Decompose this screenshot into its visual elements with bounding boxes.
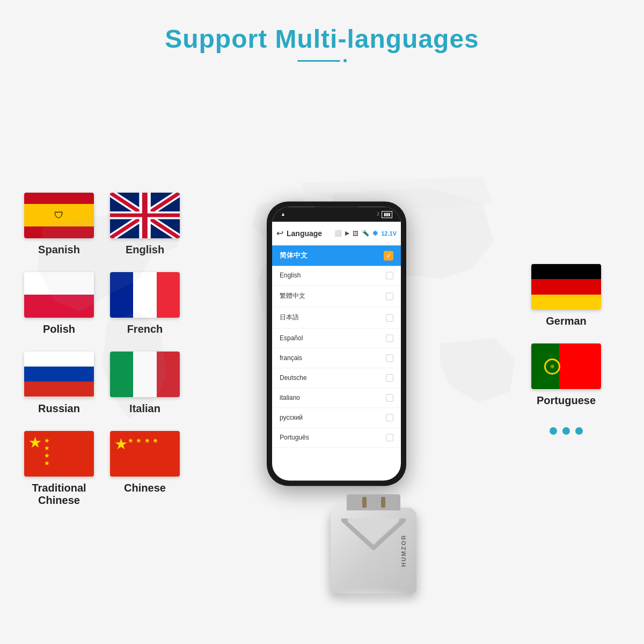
- flag-uk: [110, 193, 180, 238]
- phone-outer: ▲ ☽ ▮▮▮ ↩ Language ⬜ ▶: [267, 201, 406, 486]
- flag-portugal: ⊕: [531, 343, 601, 389]
- flag-china-trad: ★ ★ ★ ★ ★: [24, 431, 94, 477]
- lang-item-label-english: English: [280, 272, 301, 279]
- obd-connector: [347, 494, 400, 510]
- app-header-icons: ⬜ ▶ 🖼 🔦 ✱ 12.1V: [334, 230, 397, 237]
- lang-item-label-trad-chinese: 繁體中文: [280, 291, 305, 301]
- phone-notch: [315, 207, 358, 218]
- flag-china: ★ ★ ★ ★ ★: [110, 431, 180, 477]
- lang-item-label-spanish: Español: [280, 334, 303, 342]
- obd-v-shape: [341, 518, 406, 551]
- selected-checkmark: ✓: [384, 251, 393, 260]
- lang-item-label-russian: русский: [280, 414, 303, 421]
- lang-item-portuguese[interactable]: Português: [272, 428, 401, 448]
- lang-checkbox-portuguese[interactable]: [386, 434, 393, 441]
- lang-item-russian[interactable]: русский: [272, 408, 401, 428]
- app-header-bar: ↩ Language ⬜ ▶ 🖼 🔦 ✱ 12.1V: [272, 222, 401, 245]
- lang-item-label-japanese: 日本語: [280, 313, 299, 322]
- lang-checkbox-english[interactable]: [386, 272, 393, 279]
- video-icon: ▶: [345, 230, 349, 237]
- back-button[interactable]: ↩: [276, 228, 283, 238]
- lang-item-label-italian: italiano: [280, 394, 300, 401]
- lang-item-german[interactable]: Deutsche: [272, 368, 401, 388]
- battery-icon: ▮▮▮: [382, 211, 392, 218]
- page-content: Support Multi-languages 🛡 Spanish: [0, 0, 644, 644]
- lang-checkbox-italian[interactable]: [386, 394, 393, 401]
- wifi-icon: ▲: [281, 211, 286, 217]
- lang-item-italian[interactable]: italiano: [272, 388, 401, 408]
- lang-item-trad-chinese[interactable]: 繁體中文: [272, 286, 401, 307]
- lang-item-french[interactable]: français: [272, 348, 401, 368]
- obd-device: HUMZOR: [331, 508, 416, 594]
- lang-checkbox-russian[interactable]: [386, 414, 393, 421]
- lang-item-label-german: Deutsche: [280, 374, 307, 382]
- obd-pin-1: [362, 497, 367, 508]
- lang-item-japanese[interactable]: 日本語: [272, 307, 401, 328]
- lang-checkbox-japanese[interactable]: [386, 314, 393, 321]
- center-section: ▲ ☽ ▮▮▮ ↩ Language ⬜ ▶: [193, 73, 494, 626]
- moon-icon: ☽: [375, 211, 379, 217]
- phone-mockup: ▲ ☽ ▮▮▮ ↩ Language ⬜ ▶: [267, 201, 406, 486]
- voltage-display: 12.1V: [381, 230, 397, 237]
- lang-checkbox-trad-chinese[interactable]: [386, 292, 393, 300]
- obd-reflection: [336, 591, 411, 602]
- phone-screen: ▲ ☽ ▮▮▮ ↩ Language ⬜ ▶: [272, 207, 401, 480]
- lang-item-label-french: français: [280, 354, 302, 362]
- selected-language-item[interactable]: 简体中文 ✓: [272, 245, 401, 266]
- obd-body: HUMZOR: [331, 508, 416, 594]
- language-list: English 繁體中文 日本語: [272, 266, 401, 448]
- lang-checkbox-spanish[interactable]: [386, 334, 393, 342]
- screenshot-icon: ⬜: [334, 230, 342, 237]
- bluetooth-icon: ✱: [372, 230, 378, 237]
- lang-checkbox-french[interactable]: [386, 354, 393, 362]
- lang-checkbox-german[interactable]: [386, 374, 393, 382]
- app-header-title: Language: [287, 229, 331, 238]
- selected-language-label: 简体中文: [280, 251, 308, 260]
- lang-item-spanish[interactable]: Español: [272, 328, 401, 348]
- obd-brand-label: HUMZOR: [400, 535, 407, 567]
- lang-item-label-portuguese: Português: [280, 434, 309, 441]
- lang-item-english[interactable]: English: [272, 266, 401, 286]
- portugal-emblem: ⊕: [544, 358, 560, 375]
- obd-pin-2: [381, 497, 385, 508]
- image-icon: 🖼: [353, 230, 358, 237]
- flashlight-icon: 🔦: [362, 230, 369, 237]
